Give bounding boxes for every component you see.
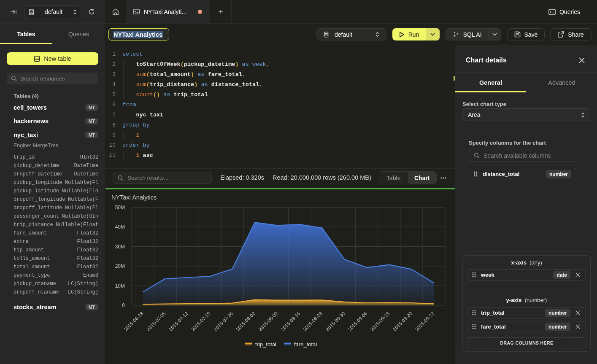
svg-text:NYTaxi Analytics: NYTaxi Analytics	[111, 194, 157, 201]
svg-text:2015-07-12: 2015-07-12	[168, 311, 189, 332]
svg-text:2015-09-06: 2015-09-06	[347, 311, 368, 332]
svg-text:2015-09-13: 2015-09-13	[370, 311, 391, 332]
svg-text:2015-08-30: 2015-08-30	[325, 311, 346, 332]
svg-text:2015-08-02: 2015-08-02	[235, 311, 256, 332]
svg-text:2015-08-23: 2015-08-23	[302, 311, 323, 332]
svg-text:2015-07-26: 2015-07-26	[213, 311, 234, 332]
svg-text:2015-08-09: 2015-08-09	[257, 311, 278, 332]
svg-text:0: 0	[122, 302, 125, 308]
svg-text:2015-09-27: 2015-09-27	[414, 311, 435, 332]
svg-text:2015-09-20: 2015-09-20	[392, 311, 413, 332]
svg-text:2015-06-28: 2015-06-28	[123, 311, 144, 332]
svg-text:20M: 20M	[115, 263, 125, 269]
svg-text:40M: 40M	[115, 224, 125, 230]
svg-text:30M: 30M	[115, 244, 125, 250]
svg-text:2015-07-19: 2015-07-19	[190, 311, 211, 332]
svg-text:fare_total: fare_total	[294, 341, 317, 348]
svg-text:2015-07-05: 2015-07-05	[146, 311, 167, 332]
svg-text:50M: 50M	[115, 205, 125, 210]
svg-text:trip_total: trip_total	[255, 341, 276, 348]
svg-text:2015-08-16: 2015-08-16	[280, 311, 301, 332]
svg-text:10M: 10M	[115, 283, 125, 289]
